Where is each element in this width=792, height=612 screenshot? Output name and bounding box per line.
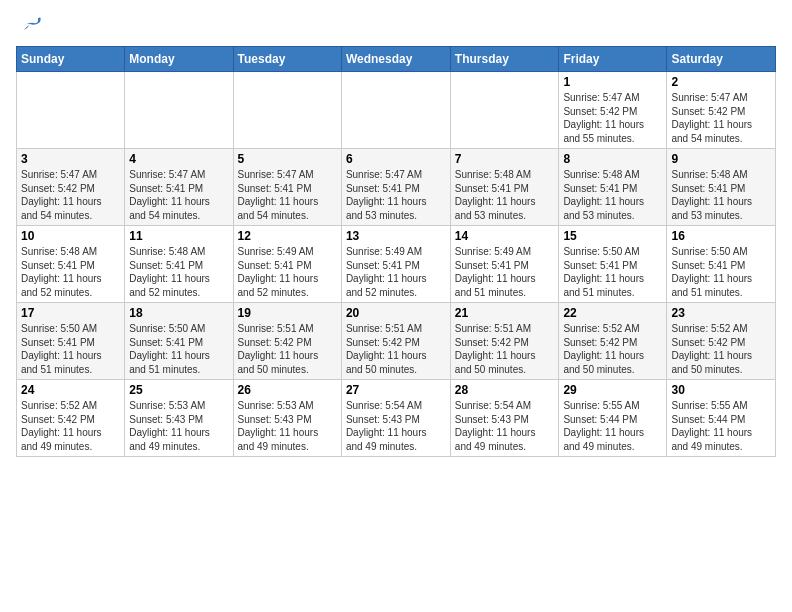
day-number: 26 [238, 383, 337, 397]
day-number: 24 [21, 383, 120, 397]
calendar-cell: 13Sunrise: 5:49 AM Sunset: 5:41 PM Dayli… [341, 226, 450, 303]
weekday-header-sunday: Sunday [17, 47, 125, 72]
calendar-cell: 25Sunrise: 5:53 AM Sunset: 5:43 PM Dayli… [125, 380, 233, 457]
calendar-cell: 20Sunrise: 5:51 AM Sunset: 5:42 PM Dayli… [341, 303, 450, 380]
day-number: 8 [563, 152, 662, 166]
day-number: 30 [671, 383, 771, 397]
calendar-cell: 14Sunrise: 5:49 AM Sunset: 5:41 PM Dayli… [450, 226, 559, 303]
calendar-cell: 17Sunrise: 5:50 AM Sunset: 5:41 PM Dayli… [17, 303, 125, 380]
calendar-cell: 21Sunrise: 5:51 AM Sunset: 5:42 PM Dayli… [450, 303, 559, 380]
logo [16, 16, 44, 34]
calendar-cell: 2Sunrise: 5:47 AM Sunset: 5:42 PM Daylig… [667, 72, 776, 149]
weekday-header-saturday: Saturday [667, 47, 776, 72]
day-number: 21 [455, 306, 555, 320]
calendar-cell: 9Sunrise: 5:48 AM Sunset: 5:41 PM Daylig… [667, 149, 776, 226]
day-number: 9 [671, 152, 771, 166]
calendar-cell: 29Sunrise: 5:55 AM Sunset: 5:44 PM Dayli… [559, 380, 667, 457]
calendar-cell: 24Sunrise: 5:52 AM Sunset: 5:42 PM Dayli… [17, 380, 125, 457]
calendar-cell: 12Sunrise: 5:49 AM Sunset: 5:41 PM Dayli… [233, 226, 341, 303]
day-info: Sunrise: 5:50 AM Sunset: 5:41 PM Dayligh… [129, 322, 228, 376]
weekday-header-tuesday: Tuesday [233, 47, 341, 72]
calendar-cell: 23Sunrise: 5:52 AM Sunset: 5:42 PM Dayli… [667, 303, 776, 380]
calendar-cell: 6Sunrise: 5:47 AM Sunset: 5:41 PM Daylig… [341, 149, 450, 226]
calendar-cell: 8Sunrise: 5:48 AM Sunset: 5:41 PM Daylig… [559, 149, 667, 226]
day-info: Sunrise: 5:47 AM Sunset: 5:42 PM Dayligh… [563, 91, 662, 145]
day-number: 22 [563, 306, 662, 320]
weekday-header-friday: Friday [559, 47, 667, 72]
calendar-cell: 16Sunrise: 5:50 AM Sunset: 5:41 PM Dayli… [667, 226, 776, 303]
day-info: Sunrise: 5:52 AM Sunset: 5:42 PM Dayligh… [563, 322, 662, 376]
calendar-week-row: 10Sunrise: 5:48 AM Sunset: 5:41 PM Dayli… [17, 226, 776, 303]
day-number: 10 [21, 229, 120, 243]
day-number: 3 [21, 152, 120, 166]
day-info: Sunrise: 5:47 AM Sunset: 5:41 PM Dayligh… [346, 168, 446, 222]
day-info: Sunrise: 5:47 AM Sunset: 5:41 PM Dayligh… [238, 168, 337, 222]
day-info: Sunrise: 5:55 AM Sunset: 5:44 PM Dayligh… [671, 399, 771, 453]
day-info: Sunrise: 5:48 AM Sunset: 5:41 PM Dayligh… [671, 168, 771, 222]
calendar-cell: 4Sunrise: 5:47 AM Sunset: 5:41 PM Daylig… [125, 149, 233, 226]
day-info: Sunrise: 5:52 AM Sunset: 5:42 PM Dayligh… [671, 322, 771, 376]
calendar-cell: 18Sunrise: 5:50 AM Sunset: 5:41 PM Dayli… [125, 303, 233, 380]
day-number: 28 [455, 383, 555, 397]
day-info: Sunrise: 5:51 AM Sunset: 5:42 PM Dayligh… [346, 322, 446, 376]
day-number: 1 [563, 75, 662, 89]
calendar-cell [341, 72, 450, 149]
calendar-cell: 30Sunrise: 5:55 AM Sunset: 5:44 PM Dayli… [667, 380, 776, 457]
day-info: Sunrise: 5:47 AM Sunset: 5:42 PM Dayligh… [21, 168, 120, 222]
weekday-header-row: SundayMondayTuesdayWednesdayThursdayFrid… [17, 47, 776, 72]
day-number: 4 [129, 152, 228, 166]
calendar-cell: 11Sunrise: 5:48 AM Sunset: 5:41 PM Dayli… [125, 226, 233, 303]
day-number: 5 [238, 152, 337, 166]
calendar-cell [233, 72, 341, 149]
weekday-header-monday: Monday [125, 47, 233, 72]
day-number: 15 [563, 229, 662, 243]
day-number: 11 [129, 229, 228, 243]
calendar-table: SundayMondayTuesdayWednesdayThursdayFrid… [16, 46, 776, 457]
calendar-cell: 19Sunrise: 5:51 AM Sunset: 5:42 PM Dayli… [233, 303, 341, 380]
calendar-cell: 22Sunrise: 5:52 AM Sunset: 5:42 PM Dayli… [559, 303, 667, 380]
day-number: 18 [129, 306, 228, 320]
day-info: Sunrise: 5:53 AM Sunset: 5:43 PM Dayligh… [129, 399, 228, 453]
day-info: Sunrise: 5:52 AM Sunset: 5:42 PM Dayligh… [21, 399, 120, 453]
day-info: Sunrise: 5:51 AM Sunset: 5:42 PM Dayligh… [238, 322, 337, 376]
day-number: 17 [21, 306, 120, 320]
weekday-header-wednesday: Wednesday [341, 47, 450, 72]
day-number: 20 [346, 306, 446, 320]
day-info: Sunrise: 5:48 AM Sunset: 5:41 PM Dayligh… [129, 245, 228, 299]
day-info: Sunrise: 5:48 AM Sunset: 5:41 PM Dayligh… [21, 245, 120, 299]
day-number: 23 [671, 306, 771, 320]
day-info: Sunrise: 5:49 AM Sunset: 5:41 PM Dayligh… [238, 245, 337, 299]
day-number: 27 [346, 383, 446, 397]
day-number: 12 [238, 229, 337, 243]
calendar-cell [450, 72, 559, 149]
calendar-cell: 5Sunrise: 5:47 AM Sunset: 5:41 PM Daylig… [233, 149, 341, 226]
day-info: Sunrise: 5:47 AM Sunset: 5:41 PM Dayligh… [129, 168, 228, 222]
weekday-header-thursday: Thursday [450, 47, 559, 72]
day-info: Sunrise: 5:50 AM Sunset: 5:41 PM Dayligh… [21, 322, 120, 376]
calendar-cell: 1Sunrise: 5:47 AM Sunset: 5:42 PM Daylig… [559, 72, 667, 149]
day-number: 2 [671, 75, 771, 89]
day-number: 16 [671, 229, 771, 243]
day-info: Sunrise: 5:49 AM Sunset: 5:41 PM Dayligh… [455, 245, 555, 299]
day-info: Sunrise: 5:48 AM Sunset: 5:41 PM Dayligh… [563, 168, 662, 222]
calendar-cell: 26Sunrise: 5:53 AM Sunset: 5:43 PM Dayli… [233, 380, 341, 457]
day-number: 7 [455, 152, 555, 166]
day-info: Sunrise: 5:48 AM Sunset: 5:41 PM Dayligh… [455, 168, 555, 222]
day-info: Sunrise: 5:54 AM Sunset: 5:43 PM Dayligh… [346, 399, 446, 453]
calendar-week-row: 1Sunrise: 5:47 AM Sunset: 5:42 PM Daylig… [17, 72, 776, 149]
day-info: Sunrise: 5:54 AM Sunset: 5:43 PM Dayligh… [455, 399, 555, 453]
calendar-cell: 15Sunrise: 5:50 AM Sunset: 5:41 PM Dayli… [559, 226, 667, 303]
calendar-cell [125, 72, 233, 149]
calendar-cell: 27Sunrise: 5:54 AM Sunset: 5:43 PM Dayli… [341, 380, 450, 457]
calendar-week-row: 17Sunrise: 5:50 AM Sunset: 5:41 PM Dayli… [17, 303, 776, 380]
calendar-cell: 28Sunrise: 5:54 AM Sunset: 5:43 PM Dayli… [450, 380, 559, 457]
day-info: Sunrise: 5:50 AM Sunset: 5:41 PM Dayligh… [671, 245, 771, 299]
calendar-cell: 7Sunrise: 5:48 AM Sunset: 5:41 PM Daylig… [450, 149, 559, 226]
page-header [16, 16, 776, 34]
day-info: Sunrise: 5:51 AM Sunset: 5:42 PM Dayligh… [455, 322, 555, 376]
day-info: Sunrise: 5:53 AM Sunset: 5:43 PM Dayligh… [238, 399, 337, 453]
calendar-cell: 10Sunrise: 5:48 AM Sunset: 5:41 PM Dayli… [17, 226, 125, 303]
calendar-cell: 3Sunrise: 5:47 AM Sunset: 5:42 PM Daylig… [17, 149, 125, 226]
day-number: 13 [346, 229, 446, 243]
day-info: Sunrise: 5:47 AM Sunset: 5:42 PM Dayligh… [671, 91, 771, 145]
